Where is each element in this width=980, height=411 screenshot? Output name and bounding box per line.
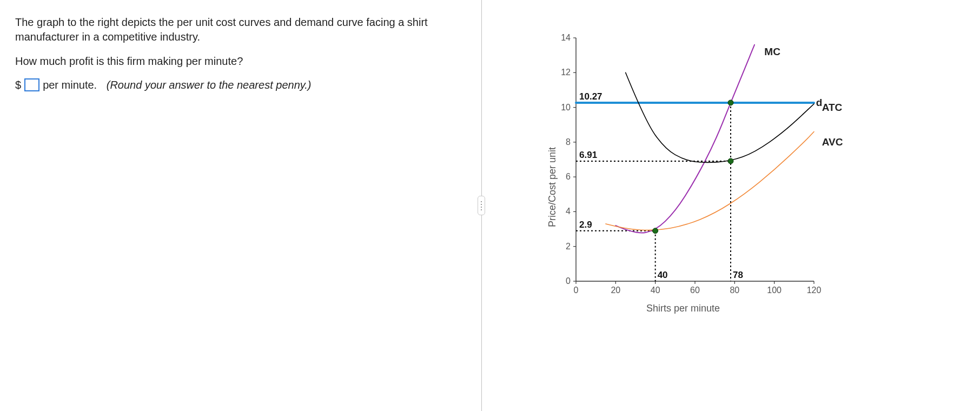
- chart-holder: Price/Cost per unit Shirts per minute 02…: [554, 32, 890, 303]
- svg-text:80: 80: [730, 286, 739, 295]
- svg-text:40: 40: [651, 286, 660, 295]
- question-pane: The graph to the right depicts the per u…: [0, 0, 471, 411]
- svg-text:MC: MC: [764, 46, 780, 57]
- svg-point-42: [653, 228, 658, 234]
- svg-text:14: 14: [561, 33, 571, 42]
- pane-divider[interactable]: [471, 0, 492, 411]
- svg-text:40: 40: [658, 270, 668, 280]
- svg-text:6: 6: [566, 172, 571, 181]
- svg-text:12: 12: [561, 68, 571, 77]
- svg-text:0: 0: [566, 276, 571, 286]
- svg-text:60: 60: [690, 286, 700, 295]
- svg-text:10: 10: [561, 103, 571, 112]
- svg-text:6.91: 6.91: [579, 150, 597, 160]
- question-text: The graph to the right depicts the per u…: [15, 15, 454, 69]
- app-container: The graph to the right depicts the per u…: [0, 0, 980, 411]
- divider-handle-icon[interactable]: [478, 196, 485, 215]
- svg-text:100: 100: [767, 286, 782, 295]
- x-axis-title: Shirts per minute: [646, 303, 720, 314]
- svg-point-43: [728, 158, 733, 164]
- question-intro: The graph to the right depicts the per u…: [15, 15, 454, 44]
- cost-curves-chart: 0246810121402040608010012010.276.912.940…: [554, 32, 890, 303]
- answer-line: $ per minute. (Round your answer to the …: [15, 78, 454, 91]
- svg-text:4: 4: [566, 207, 571, 216]
- question-prompt: How much profit is this firm making per …: [15, 54, 454, 69]
- currency-symbol: $: [15, 79, 21, 91]
- svg-text:0: 0: [574, 286, 579, 295]
- svg-text:120: 120: [807, 286, 822, 295]
- svg-text:10.27: 10.27: [579, 91, 602, 102]
- svg-text:2: 2: [566, 242, 571, 251]
- svg-text:8: 8: [566, 137, 571, 147]
- svg-text:78: 78: [733, 270, 743, 280]
- profit-input[interactable]: [24, 78, 39, 91]
- svg-text:AVC: AVC: [822, 136, 843, 148]
- units-suffix: per minute.: [43, 79, 97, 91]
- svg-text:d: d: [816, 97, 823, 108]
- svg-text:20: 20: [611, 286, 620, 295]
- svg-text:2.9: 2.9: [579, 220, 592, 230]
- chart-pane: Price/Cost per unit Shirts per minute 02…: [492, 0, 980, 411]
- rounding-hint: (Round your answer to the nearest penny.…: [107, 79, 312, 91]
- svg-text:ATC: ATC: [822, 102, 843, 113]
- y-axis-title: Price/Cost per unit: [547, 147, 558, 227]
- svg-point-44: [728, 100, 733, 105]
